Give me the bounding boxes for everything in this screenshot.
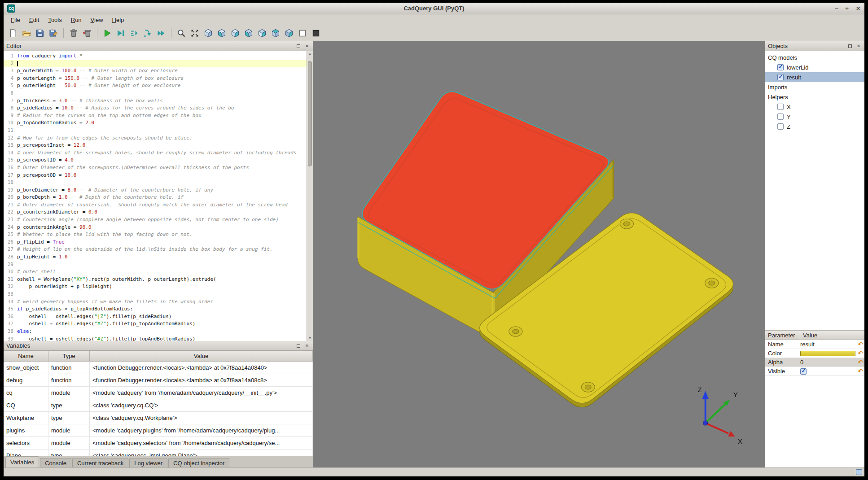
- view-bottom-button[interactable]: [283, 27, 295, 39]
- code-line[interactable]: 14# nner Diameter of the screwpost holes…: [4, 149, 307, 157]
- checkbox[interactable]: [777, 123, 784, 130]
- tree-item-cq-models[interactable]: CQ models: [765, 52, 864, 62]
- new-file-button[interactable]: [7, 27, 19, 39]
- close-button[interactable]: ✕: [855, 5, 861, 12]
- tree-item-z[interactable]: Z: [765, 122, 864, 131]
- code-line[interactable]: 11: [4, 127, 307, 135]
- close-panel-icon[interactable]: ✕: [304, 43, 310, 49]
- status-indicator-icon[interactable]: [856, 469, 862, 475]
- code-line[interactable]: 27# Height of lip on the underside of th…: [4, 246, 307, 253]
- checkbox[interactable]: [777, 74, 784, 80]
- code-line[interactable]: 26p_flipLid = True: [4, 239, 307, 246]
- color-swatch[interactable]: [800, 351, 855, 356]
- code-line[interactable]: 4p_outerLength = 150.0 ·· # Outer length…: [4, 75, 307, 83]
- tree-item-helpers[interactable]: Helpers: [765, 92, 864, 102]
- tree-item-y[interactable]: Y: [765, 112, 864, 122]
- reset-icon[interactable]: ↶: [856, 368, 864, 375]
- view-front-button[interactable]: [215, 27, 228, 39]
- code-line[interactable]: 33: [4, 291, 307, 298]
- view-top-button[interactable]: [269, 27, 282, 39]
- debug-button[interactable]: [114, 27, 127, 39]
- code-line[interactable]: 20p_boreDepth = 1.0 ·· # Depth of the co…: [4, 194, 307, 201]
- scrollbar-up-icon[interactable]: ▲: [307, 51, 313, 57]
- step-in-button[interactable]: [141, 27, 154, 39]
- checkbox[interactable]: [777, 113, 784, 120]
- code-line[interactable]: 38else:: [4, 328, 307, 336]
- code-line[interactable]: 15p_screwpostID = 4.0: [4, 157, 307, 164]
- save-button[interactable]: [34, 27, 46, 39]
- table-row[interactable]: cqmodule<module 'cadquery' from '/home/a…: [4, 387, 313, 399]
- tab-cq-object-inspector[interactable]: CQ object inspector: [168, 458, 229, 467]
- close-panel-icon[interactable]: ✕: [304, 343, 310, 349]
- float-panel-icon[interactable]: [847, 43, 853, 49]
- code-line[interactable]: 31oshell = Workplane("XY").rect(p_outerW…: [4, 276, 307, 284]
- float-panel-icon[interactable]: [295, 43, 302, 49]
- column-header-value[interactable]: Value: [800, 331, 820, 340]
- view-back-button[interactable]: [229, 27, 241, 39]
- column-header-value[interactable]: Value: [90, 351, 313, 361]
- tab-console[interactable]: Console: [40, 458, 71, 467]
- table-row[interactable]: debugfunction<function Debugger.render.<…: [4, 374, 313, 387]
- code-line[interactable]: 36 oshell = oshell.edges("|Z").fillet(p_…: [4, 313, 307, 321]
- tree-item-imports[interactable]: Imports: [765, 82, 864, 92]
- code-line[interactable]: 10p_topAndBottomRadius = 2.0: [4, 119, 307, 127]
- zoom-button[interactable]: [175, 27, 188, 39]
- code-line[interactable]: 24p_countersinkAngle = 90.0: [4, 224, 307, 231]
- reset-icon[interactable]: ↶: [856, 350, 864, 357]
- tree-item-x[interactable]: X: [765, 102, 864, 112]
- code-editor[interactable]: 1from cadquery import *23p_outerWidth = …: [4, 51, 313, 341]
- close-panel-icon[interactable]: ✕: [855, 43, 862, 49]
- titlebar[interactable]: cq CadQuery GUI (PyQT) − + ✕: [4, 3, 864, 14]
- column-header-name[interactable]: Name: [4, 351, 48, 361]
- fit-all-button[interactable]: [189, 27, 201, 39]
- render-button[interactable]: [101, 27, 114, 39]
- param-row-name[interactable]: Nameresult↶: [765, 340, 864, 349]
- view-left-button[interactable]: [242, 27, 255, 39]
- continue-button[interactable]: [155, 27, 167, 39]
- code-line[interactable]: 7p_thickness = 3.0 ·· # Thickness of the…: [4, 97, 307, 105]
- tab-log-viewer[interactable]: Log viewer: [129, 458, 167, 467]
- tab-variables[interactable]: Variables: [5, 456, 39, 467]
- code-line[interactable]: 35if p_sideRadius > p_topAndBottomRadius…: [4, 305, 307, 313]
- viewport-3d[interactable]: Z Y X: [313, 41, 765, 467]
- code-line[interactable]: 21# Outer diameter of countersink. Shoul…: [4, 201, 307, 209]
- code-line[interactable]: 23# Countersink angle (complete angle be…: [4, 216, 307, 224]
- param-row-color[interactable]: Color↶: [765, 349, 864, 358]
- code-line[interactable]: 34# weird geometry happens if we make th…: [4, 298, 307, 306]
- open-file-button[interactable]: [20, 27, 33, 39]
- code-line[interactable]: 5p_outerHeight = 50.0 ·· # Outer height …: [4, 82, 307, 90]
- minimize-button[interactable]: −: [835, 5, 838, 12]
- wireframe-button[interactable]: [296, 27, 309, 39]
- checkbox[interactable]: [777, 64, 784, 70]
- table-row[interactable]: Workplanetype<class 'cadquery.cq.Workpla…: [4, 412, 313, 424]
- code-line[interactable]: 30# outer shell: [4, 268, 307, 276]
- tree-item-result[interactable]: result: [765, 72, 864, 82]
- reset-icon[interactable]: ↶: [856, 359, 864, 366]
- code-line[interactable]: 1from cadquery import *: [4, 52, 307, 60]
- code-line[interactable]: 9# Radius for the curves on the top and …: [4, 112, 307, 120]
- table-row[interactable]: selectorsmodule<module 'cadquery.selecto…: [4, 437, 313, 449]
- menu-tools[interactable]: Tools: [44, 15, 66, 25]
- table-row[interactable]: Planetype<class 'cadquery.occ_impl.geom.…: [4, 449, 313, 456]
- save-as-button[interactable]: [47, 27, 60, 39]
- reset-icon[interactable]: ↶: [856, 341, 864, 348]
- tab-current-traceback[interactable]: Current traceback: [72, 458, 128, 467]
- code-line[interactable]: 16# Outer Diameter of the screwposts.\nD…: [4, 164, 307, 172]
- checkbox[interactable]: [777, 104, 784, 110]
- code-line[interactable]: 13p_screwpostInset = 12.0: [4, 142, 307, 149]
- code-line[interactable]: 25# Whether to place the lid with the to…: [4, 231, 307, 239]
- param-row-visible[interactable]: Visible↶: [765, 367, 864, 376]
- column-header-parameter[interactable]: Parameter: [765, 331, 800, 340]
- code-line[interactable]: 39 oshell = oshell.edges("#Z").fillet(p_…: [4, 336, 307, 341]
- code-line[interactable]: 8p_sideRadius = 10.0 ·· # Radius for the…: [4, 105, 307, 112]
- checkbox[interactable]: [800, 368, 807, 375]
- param-row-alpha[interactable]: Alpha0↶: [765, 358, 864, 367]
- menu-edit[interactable]: Edit: [25, 15, 44, 25]
- code-line[interactable]: 19p_boreDiameter = 8.0 ·· # Diameter of …: [4, 187, 307, 194]
- menu-help[interactable]: Help: [108, 15, 129, 25]
- tree-item-lowerlid[interactable]: lowerLid: [765, 62, 864, 72]
- code-line[interactable]: 17p_screwpostOD = 10.0: [4, 172, 307, 179]
- code-line[interactable]: 22p_countersinkDiameter = 0.0: [4, 209, 307, 216]
- code-line[interactable]: 6: [4, 90, 307, 97]
- code-line[interactable]: 29: [4, 261, 307, 269]
